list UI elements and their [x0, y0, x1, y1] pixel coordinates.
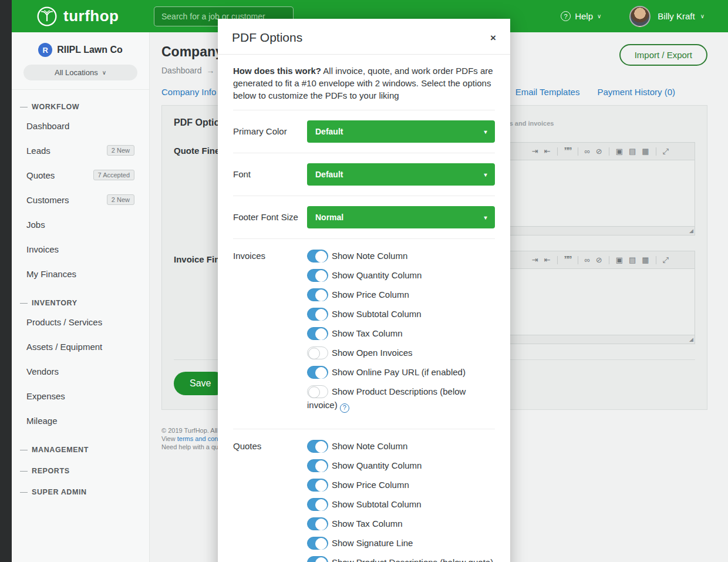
- chevron-down-icon: ∨: [597, 13, 601, 19]
- intro-bold: How does this work?: [233, 66, 321, 76]
- template-icon[interactable]: ▤: [629, 147, 636, 155]
- sidebar-item-assets-equipment[interactable]: Assets / Equipment: [12, 334, 149, 359]
- font-label: Font: [233, 163, 307, 186]
- indent-icon[interactable]: ⇥: [532, 256, 538, 264]
- toolbar-separator: [609, 147, 609, 156]
- primary-color-label: Primary Color: [233, 120, 307, 143]
- sidebar-item-invoices[interactable]: Invoices: [12, 237, 149, 261]
- tab-payment-history[interactable]: Payment History (0): [597, 87, 675, 97]
- toolbar-separator: [557, 256, 558, 264]
- toolbar-separator: [557, 147, 558, 156]
- quote-show-subtotal-column-toggle[interactable]: [307, 498, 328, 511]
- sidebar: R RIIPL Lawn Co All Locations ∨ WORKFLOW…: [12, 32, 150, 562]
- quote-show-tax-column-toggle[interactable]: [307, 517, 328, 530]
- all-locations-label: All Locations: [55, 68, 98, 77]
- sidebar-item-quotes[interactable]: Quotes 7 Accepted: [12, 163, 149, 187]
- tab-company-info[interactable]: Company Info: [161, 87, 216, 97]
- sidebar-item-expenses[interactable]: Expenses: [12, 383, 149, 408]
- sidebar-item-mileage[interactable]: Mileage: [12, 408, 149, 433]
- link-icon[interactable]: ∞: [585, 147, 590, 155]
- help-menu[interactable]: ? Help ∨: [561, 11, 601, 21]
- quotes-label: Quotes: [233, 439, 307, 562]
- sidebar-item-jobs[interactable]: Jobs: [12, 212, 149, 237]
- toolbar-separator: [656, 256, 656, 264]
- sidebar-section-super-admin[interactable]: SUPER ADMIN: [20, 488, 149, 496]
- invoice-show-tax-column-toggle[interactable]: [307, 327, 328, 340]
- toolbar-separator: [656, 147, 656, 156]
- help-circle-icon: ?: [561, 11, 571, 21]
- invoice-show-quantity-column-toggle[interactable]: [307, 269, 328, 282]
- invoice-show-open-invoices-toggle[interactable]: [307, 346, 328, 359]
- left-edge-strip: [0, 0, 12, 562]
- primary-color-value: Default: [315, 127, 343, 136]
- leads-badge: 2 New: [107, 145, 134, 156]
- user-name: Billy Kraft: [658, 11, 695, 21]
- outdent-icon[interactable]: ⇤: [544, 256, 551, 264]
- sidebar-section-reports[interactable]: REPORTS: [20, 467, 149, 475]
- sidebar-item-vendors[interactable]: Vendors: [12, 359, 149, 383]
- modal-title: PDF Options: [232, 31, 302, 45]
- unlink-icon[interactable]: ⊘: [596, 256, 602, 264]
- user-menu[interactable]: Billy Kraft ∨: [658, 11, 705, 21]
- brand[interactable]: turfhop: [36, 6, 141, 27]
- avatar[interactable]: [629, 6, 651, 27]
- toolbar-separator: [578, 147, 578, 156]
- invoice-show-note-column-toggle[interactable]: [307, 250, 328, 263]
- unlink-icon[interactable]: ⊘: [596, 147, 602, 155]
- company-name: RIIPL Lawn Co: [57, 45, 123, 55]
- blockquote-icon[interactable]: ””: [564, 147, 571, 156]
- blockquote-icon[interactable]: ””: [564, 255, 571, 265]
- quote-show-quantity-column-toggle[interactable]: [307, 459, 328, 472]
- font-value: Default: [315, 170, 343, 179]
- sidebar-item-leads[interactable]: Leads 2 New: [12, 138, 149, 163]
- image-icon[interactable]: ▣: [616, 147, 623, 155]
- toolbar-separator: [609, 256, 609, 264]
- invoice-show-online-pay-url-toggle[interactable]: [307, 366, 328, 379]
- breadcrumb-arrow-icon: →: [207, 66, 215, 75]
- quote-show-price-column-toggle[interactable]: [307, 479, 328, 492]
- image-icon[interactable]: ▣: [616, 256, 623, 264]
- resize-handle-icon[interactable]: ◢: [689, 228, 693, 234]
- customers-badge: 2 New: [107, 194, 134, 205]
- caret-down-icon: ▾: [476, 120, 495, 143]
- sidebar-item-products-services[interactable]: Products / Services: [12, 309, 149, 334]
- chevron-down-icon: ∨: [102, 69, 106, 76]
- company-logo: R: [38, 43, 52, 57]
- indent-icon[interactable]: ⇥: [532, 147, 538, 155]
- sidebar-section-management[interactable]: MANAGEMENT: [20, 446, 149, 454]
- template-icon[interactable]: ▤: [629, 256, 636, 264]
- primary-color-select[interactable]: Default ▾: [307, 120, 495, 143]
- footer-font-size-value: Normal: [315, 213, 343, 222]
- link-icon[interactable]: ∞: [585, 256, 590, 264]
- table-icon[interactable]: ▦: [642, 147, 649, 155]
- outdent-icon[interactable]: ⇤: [544, 147, 551, 155]
- font-select[interactable]: Default ▾: [307, 163, 495, 186]
- maximize-icon[interactable]: ⤢: [663, 256, 669, 264]
- import-export-button[interactable]: Import / Export: [619, 44, 707, 66]
- sidebar-item-dashboard[interactable]: Dashboard: [12, 113, 149, 138]
- quotes-badge: 7 Accepted: [93, 170, 134, 180]
- invoice-show-price-column-toggle[interactable]: [307, 288, 328, 301]
- modal-intro: How does this work? All invoice, quote, …: [233, 55, 495, 110]
- close-icon[interactable]: ×: [490, 33, 496, 43]
- invoice-show-subtotal-column-toggle[interactable]: [307, 308, 328, 321]
- top-right-group: ? Help ∨ Billy Kraft ∨: [561, 6, 705, 27]
- all-locations-selector[interactable]: All Locations ∨: [23, 65, 137, 80]
- invoices-label: Invoices: [233, 249, 307, 419]
- maximize-icon[interactable]: ⤢: [663, 147, 669, 155]
- footer-font-size-label: Footer Font Size: [233, 206, 307, 228]
- pdf-options-modal: PDF Options × How does this work? All in…: [218, 19, 510, 562]
- footer-font-size-select[interactable]: Normal ▾: [307, 206, 495, 228]
- help-circle-icon[interactable]: ?: [340, 403, 349, 413]
- quote-show-note-column-toggle[interactable]: [307, 440, 328, 453]
- tab-email-templates[interactable]: Email Templates: [515, 87, 580, 97]
- quote-show-signature-line-toggle[interactable]: [307, 537, 328, 550]
- quote-show-product-descriptions-toggle[interactable]: [307, 556, 328, 562]
- resize-handle-icon[interactable]: ◢: [689, 336, 693, 342]
- sidebar-item-my-finances[interactable]: My Finances: [12, 261, 149, 286]
- sidebar-item-customers[interactable]: Customers 2 New: [12, 187, 149, 212]
- table-icon[interactable]: ▦: [642, 256, 649, 264]
- invoice-show-product-descriptions-toggle[interactable]: [307, 385, 328, 398]
- breadcrumb-dashboard[interactable]: Dashboard: [161, 66, 202, 75]
- caret-down-icon: ▾: [476, 163, 495, 186]
